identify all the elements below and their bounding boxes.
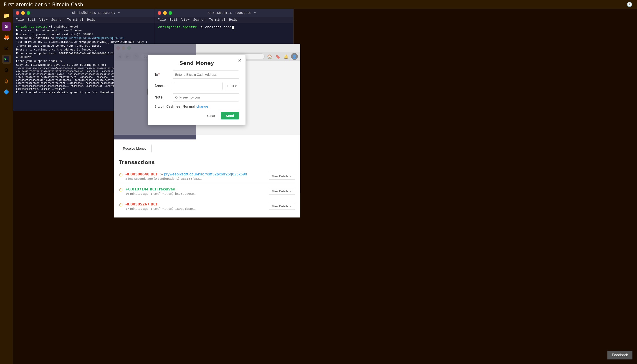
dialog-actions: Clear Send [154, 112, 239, 120]
fee-change-link[interactable]: change [196, 105, 208, 108]
currency-selector[interactable]: BCH ▾ [225, 82, 239, 90]
required-indicator: * [158, 72, 160, 77]
view-details-button-2[interactable]: View Details ↗ [269, 188, 295, 193]
send-money-dialog: ✕ Send Money To* Amount BCH ▾ Note Bitco… [148, 54, 246, 125]
menu2-file[interactable]: File [158, 18, 166, 22]
menu2-search[interactable]: Search [193, 18, 206, 22]
terminal-right-titlebar: chris@chris-spectre: ~ [155, 9, 293, 17]
terminal-left-min[interactable] [21, 11, 25, 15]
send-dialog-close-button[interactable]: ✕ [236, 57, 243, 64]
menu-terminal[interactable]: Terminal [67, 18, 84, 22]
taskbar-files[interactable]: 📁 [2, 11, 11, 20]
tx-icon-2: ⏱ [119, 188, 123, 192]
transaction-row-1: ⏱ -0.00508648 BCH to pryweeplkedttlqau6k… [119, 169, 295, 184]
terminal-left-titlebar: chris@chris-spectre: ~ [13, 9, 163, 17]
tx-amount-1: -0.00508648 BCH [125, 172, 158, 176]
terminal-left-menu: File Edit View Search Terminal Help [13, 17, 163, 23]
view-details-button-1[interactable]: View Details ↗ [269, 173, 295, 180]
feedback-button[interactable]: Feedback [608, 351, 632, 360]
browser-icons: 🏠 🔖 🔔 👤 [266, 53, 298, 60]
tx-address-1[interactable]: pryweeplkedttlqau6kuc7ystf82pcmr25q825k6… [164, 172, 247, 176]
menu-view[interactable]: View [39, 18, 48, 22]
terminal-left-title: chris@chris-spectre: ~ [32, 11, 160, 15]
amount-input[interactable] [173, 82, 222, 90]
terminal-right: chris@chris-spectre: ~ File Edit View Se… [155, 9, 294, 50]
menu-file[interactable]: File [16, 18, 24, 22]
title-bar: First atomic bet on Bitcoin Cash 🕐 [0, 0, 637, 9]
taskbar-firefox[interactable]: 🦊 [2, 33, 11, 42]
terminal-left-max[interactable] [26, 11, 30, 15]
to-row: To* [154, 70, 239, 79]
fee-level: Normal [182, 105, 196, 108]
bell-icon[interactable]: 🔔 [283, 53, 289, 60]
terminal-right-title: chris@chris-spectre: ~ [174, 11, 290, 15]
terminal-left-close[interactable] [16, 11, 19, 15]
external-link-icon-2: ↗ [290, 190, 292, 193]
menu2-view[interactable]: View [181, 18, 190, 22]
menu-edit[interactable]: Edit [28, 18, 36, 22]
tx-info-1: -0.00508648 BCH to pryweeplkedttlqau6kuc… [125, 172, 247, 180]
amount-label: Amount [154, 84, 170, 88]
tx-left-2: ⏱ +0.0107144 BCH received 16 minutes ago… [119, 187, 196, 193]
to-input[interactable] [173, 70, 239, 79]
chevron-down-icon: ▾ [235, 84, 236, 88]
menu2-edit[interactable]: Edit [170, 18, 178, 22]
fee-row: Bitcoin Cash fee: Normal change [154, 105, 239, 108]
taskbar-mail[interactable]: ✉ [2, 44, 11, 53]
taskbar-bitcoin[interactable]: ₿ [2, 76, 11, 86]
tx-meta-1: a few seconds ago (0 confirmations) 3681… [125, 177, 247, 180]
clear-button[interactable]: Clear [204, 112, 218, 120]
note-input[interactable] [173, 93, 239, 102]
transactions-title: Transactions [119, 160, 295, 165]
receive-money-button[interactable]: Receive Money [118, 144, 152, 153]
send-dialog-title: Send Money [154, 60, 239, 66]
tx-icon-1: ⏱ [119, 172, 123, 177]
transaction-row-2: ⏱ +0.0107144 BCH received 16 minutes ago… [119, 184, 295, 193]
terminal-right-max[interactable] [168, 11, 172, 15]
bookmark-icon[interactable]: 🔖 [274, 53, 281, 60]
terminal-right-min[interactable] [163, 11, 167, 15]
page-title: First atomic bet on Bitcoin Cash [4, 2, 83, 7]
taskbar-terminal[interactable] [2, 54, 11, 64]
send-button[interactable]: Send [221, 112, 239, 120]
terminal-right-close[interactable] [158, 11, 161, 15]
tx-amount-2: +0.0107144 BCH received [125, 187, 176, 191]
menu-help[interactable]: Help [87, 18, 95, 22]
amount-row: Amount BCH ▾ [154, 82, 239, 90]
tx-info-2: +0.0107144 BCH received 16 minutes ago (… [125, 187, 196, 193]
external-link-icon-1: ↗ [290, 175, 292, 178]
receive-money-area: Receive Money [118, 142, 152, 155]
taskbar-app[interactable]: 🔷 [2, 87, 11, 96]
terminal-right-menu: File Edit View Search Terminal Help [155, 17, 293, 23]
note-label: Note [154, 95, 170, 100]
taskbar-slack[interactable]: S [2, 22, 11, 31]
fee-text: Bitcoin Cash fee: Normal change [154, 105, 208, 108]
home-icon[interactable]: 🏠 [266, 53, 273, 60]
taskbar: 📁 S 🦊 ✉ ⚙ ₿ 🔷 [0, 9, 13, 364]
clock: 🕐 [627, 2, 632, 7]
user-avatar[interactable]: 👤 [291, 53, 298, 60]
menu-search[interactable]: Search [51, 18, 64, 22]
tx-meta-2: 16 minutes ago (1 confirmation) b575dbe6… [125, 192, 196, 193]
transactions-section: Transactions ⏱ -0.00508648 BCH to prywee… [114, 156, 300, 193]
taskbar-settings[interactable]: ⚙ [2, 66, 11, 74]
to-label: To* [154, 72, 170, 77]
tx-left-1: ⏱ -0.00508648 BCH to pryweeplkedttlqau6k… [119, 172, 247, 180]
note-row: Note [154, 93, 239, 102]
menu2-terminal[interactable]: Terminal [209, 18, 226, 22]
menu2-help[interactable]: Help [229, 18, 237, 22]
